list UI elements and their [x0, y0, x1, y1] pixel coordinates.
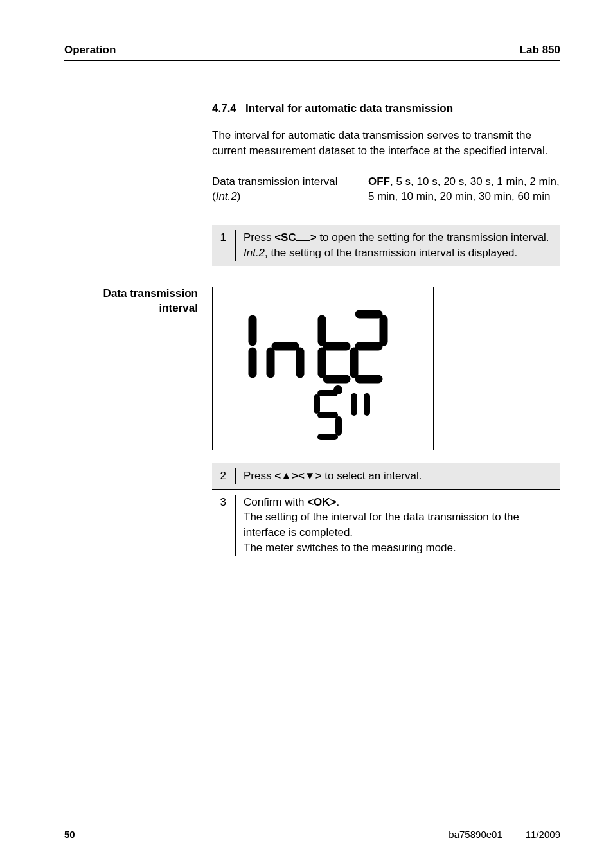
- step-2-post: to select an interval.: [322, 470, 422, 482]
- section-number: 4.7.4: [212, 102, 236, 114]
- step-3-num: 3: [212, 495, 235, 556]
- step-2-num: 2: [212, 468, 235, 484]
- definition-value: OFF, 5 s, 10 s, 20 s, 30 s, 1 min, 2 min…: [360, 174, 560, 205]
- header-left: Operation: [64, 44, 116, 57]
- definition-label-ital: Int.2: [216, 190, 237, 202]
- step-1-pre: Press: [244, 231, 274, 244]
- footer-page: 50: [64, 829, 75, 840]
- definition-value-bold: OFF: [368, 175, 390, 188]
- step-1-key-open: <SC: [274, 231, 296, 244]
- step-1-post: to open the setting for the transmission…: [317, 231, 549, 244]
- step-1-text: Press <SC> to open the setting for the t…: [235, 230, 560, 261]
- step-3-pre: Confirm with: [244, 496, 307, 508]
- content-area: 4.7.4 Interval for automatic data transm…: [212, 102, 560, 561]
- display-box: [212, 287, 434, 450]
- step-3-line2: The setting of the interval for the data…: [244, 511, 519, 538]
- step-1-key-close: >: [310, 231, 317, 244]
- page-header: Operation Lab 850: [64, 44, 560, 61]
- step-2-pre: Press: [244, 470, 274, 482]
- definition-label-close: ): [237, 190, 241, 202]
- side-label-line2: interval: [159, 302, 198, 314]
- footer-right: ba75890e01 11/2009: [449, 829, 560, 840]
- step-1-ital: Int.2: [244, 247, 265, 259]
- section-title: Interval for automatic data transmission: [245, 102, 453, 114]
- page: Operation Lab 850 4.7.4 Interval for aut…: [0, 0, 613, 868]
- step-3: 3 Confirm with <OK>. The setting of the …: [212, 490, 560, 561]
- step-1: 1 Press <SC> to open the setting for the…: [212, 225, 560, 266]
- page-footer: 50 ba75890e01 11/2009: [64, 822, 560, 840]
- step-2-text: Press <▲><▼> to select an interval.: [235, 468, 560, 484]
- step-1-key-underline: [296, 231, 310, 241]
- step-1-num: 1: [212, 230, 235, 261]
- step-2-key1: <▲>: [274, 470, 298, 482]
- intro-paragraph: The interval for automatic data transmis…: [212, 128, 560, 159]
- display-row: Data transmission interval: [212, 287, 560, 450]
- segment-display-svg: [213, 287, 434, 451]
- header-right: Lab 850: [520, 44, 560, 57]
- side-label: Data transmission interval: [64, 287, 212, 450]
- step-3-line3: The meter switches to the measuring mode…: [244, 542, 456, 554]
- step-3-key: <OK>: [307, 496, 336, 508]
- step-2-key2: <▼>: [298, 470, 322, 482]
- definition-label: Data transmission interval (Int.2): [212, 174, 360, 205]
- side-label-line1: Data transmission: [103, 287, 198, 299]
- step-1-tail: , the setting of the transmission interv…: [265, 247, 517, 259]
- step-3-text: Confirm with <OK>. The setting of the in…: [235, 495, 560, 556]
- section-heading: 4.7.4 Interval for automatic data transm…: [212, 102, 560, 115]
- step-3-post1: .: [337, 496, 340, 508]
- footer-date: 11/2009: [526, 829, 560, 840]
- definition-value-rest: , 5 s, 10 s, 20 s, 30 s, 1 min, 2 min, 5…: [368, 175, 560, 203]
- step-2: 2 Press <▲><▼> to select an interval.: [212, 463, 560, 489]
- definition-row: Data transmission interval (Int.2) OFF, …: [212, 174, 560, 205]
- footer-doc: ba75890e01: [449, 829, 502, 840]
